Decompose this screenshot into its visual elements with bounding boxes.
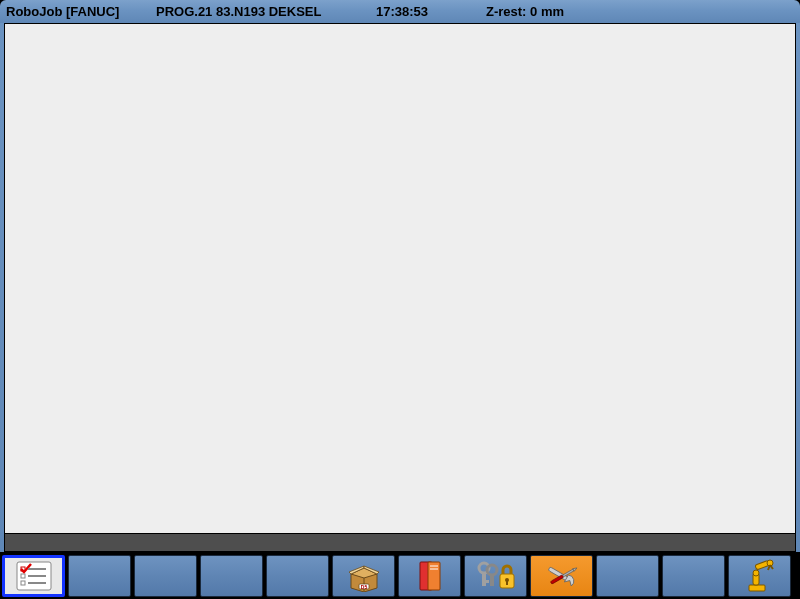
keys-lock-icon [476,560,516,592]
wrench-screwdriver-icon [543,560,581,592]
toolbar-btn-blank-4[interactable] [266,555,329,597]
toolbar-btn-blank-1[interactable] [68,555,131,597]
package-icon: D5 [347,560,381,592]
svg-text:D5: D5 [360,583,367,589]
time-label: 17:38:53 [376,4,486,19]
svg-rect-25 [506,581,508,585]
robot-arm-icon [743,559,777,593]
content-wrap [0,23,800,552]
svg-rect-20 [485,580,489,583]
titlebar: RoboJob [FANUC] PROG.21 83.N193 DEKSEL 1… [0,0,800,23]
toolbar-btn-blank-6[interactable] [662,555,725,597]
svg-rect-22 [490,574,494,586]
toolbar-btn-checklist[interactable] [2,555,65,597]
svg-rect-30 [749,585,765,591]
app-name: RoboJob [FANUC] [6,4,156,19]
toolbar-btn-blank-5[interactable] [596,555,659,597]
statusbar [4,534,796,552]
toolbar-btn-package[interactable]: D5 [332,555,395,597]
svg-rect-27 [550,574,564,584]
zrest-label: Z-rest: 0 mm [486,4,636,19]
main-canvas [4,23,796,534]
svg-point-21 [487,565,497,575]
checklist-icon [16,561,52,591]
svg-point-32 [753,570,759,576]
toolbar-btn-blank-2[interactable] [134,555,197,597]
svg-rect-19 [482,572,486,586]
bottom-toolbar: D5 [0,552,800,599]
toolbar-btn-robot-arm[interactable] [728,555,791,597]
toolbar-btn-tools[interactable] [530,555,593,597]
book-icon [416,560,444,592]
program-label: PROG.21 83.N193 DEKSEL [156,4,376,19]
toolbar-btn-lock[interactable] [464,555,527,597]
app-root: RoboJob [FANUC] PROG.21 83.N193 DEKSEL 1… [0,0,800,599]
toolbar-btn-book[interactable] [398,555,461,597]
toolbar-btn-blank-3[interactable] [200,555,263,597]
